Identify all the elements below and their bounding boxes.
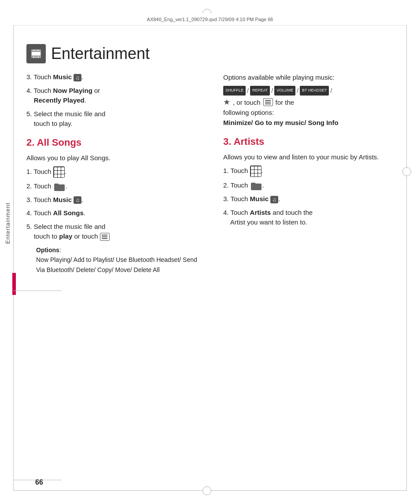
section3-steps: 1. Touch . 2. Touch .: [223, 166, 398, 228]
music-icon-s3-3: ♫: [270, 196, 278, 203]
step-3: 3. Touch Music ♫.: [26, 72, 201, 82]
svg-rect-11: [39, 57, 40, 58]
film-icon: [30, 48, 42, 59]
registration-mark-bottom: [203, 486, 211, 495]
sidebar-accent-bar: [12, 273, 16, 295]
section3-step3: 3. Touch Music ♫.: [223, 194, 398, 204]
section2-heading: 2. All Songs: [26, 137, 201, 148]
svg-rect-9: [35, 57, 36, 58]
section2-step5: 5. Select the music file and touch to pl…: [26, 222, 201, 242]
svg-rect-7: [39, 49, 40, 51]
svg-rect-3: [31, 55, 41, 56]
section3-step2: 2. Touch .: [223, 180, 398, 191]
left-column: 3. Touch Music ♫. 4. Touch Now Playing o…: [26, 72, 214, 473]
svg-rect-6: [37, 49, 37, 51]
registration-mark-right: [402, 167, 411, 176]
section2-step1: 1. Touch .: [26, 166, 201, 178]
shuffle-btn: SHUFFLE: [223, 86, 246, 96]
repeat-btn: REPEAT: [250, 86, 270, 96]
or-touch-text: , or touch: [233, 99, 261, 106]
main-content: Entertainment 3. Touch Music ♫. 4. Touch…: [26, 31, 398, 473]
section2-options-list: Now Playing/ Add to Playlist/ Use Blueto…: [36, 256, 197, 273]
intro-steps: 3. Touch Music ♫. 4. Touch Now Playing o…: [26, 72, 201, 129]
section3-body: Allows you to view and listen to your mu…: [223, 152, 398, 162]
menu-icon-options: [263, 98, 273, 106]
page-title: Entertainment: [51, 44, 150, 63]
apps-icon-s2-1: [53, 166, 65, 178]
section3-heading: 3. Artists: [223, 136, 398, 147]
step-4: 4. Touch Now Playing or Recently Played.: [26, 86, 201, 106]
two-column-layout: 3. Touch Music ♫. 4. Touch Now Playing o…: [26, 72, 398, 473]
header-bar: AX840_Eng_ver1.1_090729.qxd 7/29/09 4:10…: [13, 13, 407, 26]
right-column: Options available while playing music: S…: [214, 72, 398, 473]
options-intro: Options available while playing music:: [223, 72, 398, 82]
or-touch-row: ★ , or touch for the: [223, 98, 398, 106]
svg-rect-4: [32, 49, 33, 51]
btheadset-btn: BT HEADSET: [300, 86, 329, 96]
playback-icons-row: SHUFFLE / REPEAT / VOLUME / BT HEADSET /: [223, 86, 398, 96]
following-options-text: following options:: [223, 109, 398, 116]
svg-rect-10: [37, 57, 37, 58]
svg-rect-5: [35, 49, 36, 51]
entertainment-icon: [26, 44, 46, 63]
section2-options: Options: Now Playing/ Add to Playlist/ U…: [36, 245, 201, 275]
svg-rect-2: [31, 51, 41, 52]
music-icon-s2-3: ♫: [74, 196, 81, 204]
for-the-text: for the: [276, 99, 295, 106]
menu-icon-s2-5: [100, 233, 110, 241]
title-area: Entertainment: [26, 44, 398, 63]
section3-step4: 4. Touch Artists and touch the Artist yo…: [223, 208, 398, 228]
section2-step2: 2. Touch .: [26, 181, 201, 191]
volume-btn: VOLUME: [274, 86, 295, 96]
step-5: 5. Select the music file and touch to pl…: [26, 109, 201, 129]
star-icon: ★: [223, 98, 230, 106]
folder-icon-s2-2: [53, 182, 66, 191]
header-text: AX840_Eng_ver1.1_090729.qxd 7/29/09 4:10…: [147, 17, 273, 22]
section2-step4: 4. Touch All Songs.: [26, 208, 201, 218]
section2-step3: 3. Touch Music ♫.: [26, 195, 201, 205]
apps-icon-s3-1: [250, 166, 262, 177]
section2-body: Allows you to play All Songs.: [26, 153, 201, 163]
folder-icon-s3-2: [250, 181, 262, 191]
page-number: 66: [35, 478, 43, 486]
music-icon-step3: ♫: [74, 74, 81, 81]
options-bold-list: Minimize/ Go to my music/ Song Info: [223, 118, 398, 128]
svg-rect-8: [32, 57, 33, 58]
section2-steps: 1. Touch . 2. Touch .: [26, 166, 201, 275]
section3-step1: 1. Touch .: [223, 166, 398, 177]
sidebar-label: Entertainment: [4, 202, 11, 244]
